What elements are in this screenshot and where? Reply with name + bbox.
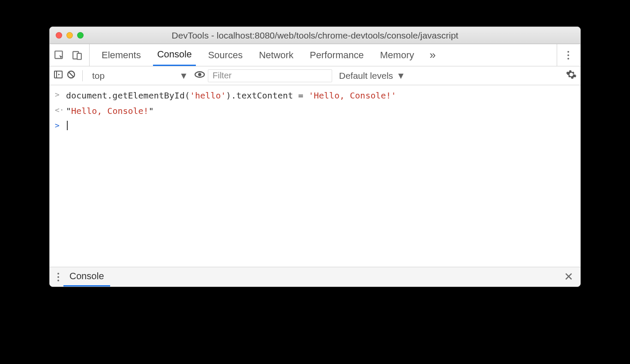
context-label: top (92, 71, 105, 81)
titlebar[interactable]: DevTools - localhost:8080/web/tools/chro… (50, 27, 580, 44)
log-levels-select[interactable]: Default levels ▼ (335, 71, 410, 81)
close-drawer-button[interactable]: ✕ (561, 270, 577, 283)
tab-label: Memory (380, 50, 414, 61)
console-command-text: document.getElementById('hello').textCon… (66, 89, 396, 102)
drawer-tab-label: Console (69, 271, 104, 282)
inspect-element-icon[interactable] (53, 49, 65, 61)
panel-tabs: Elements Console Sources Network Perform… (90, 44, 557, 66)
devtools-window: DevTools - localhost:8080/web/tools/chro… (49, 27, 581, 287)
console-input-row: > document.getElementById('hello').textC… (50, 88, 580, 103)
drawer: Console ✕ (50, 267, 580, 286)
tab-sources[interactable]: Sources (204, 44, 247, 66)
drawer-tab-console[interactable]: Console (63, 267, 110, 286)
console-output[interactable]: > document.getElementById('hello').textC… (50, 85, 580, 267)
tab-network[interactable]: Network (255, 44, 298, 66)
svg-rect-2 (77, 53, 81, 59)
live-expression-icon[interactable] (194, 69, 205, 82)
tab-console[interactable]: Console (153, 44, 196, 66)
minimize-window-button[interactable] (66, 32, 73, 39)
tab-label: Console (157, 49, 192, 60)
close-window-button[interactable] (56, 32, 62, 39)
svg-point-6 (198, 73, 201, 76)
tab-elements[interactable]: Elements (97, 44, 145, 66)
tab-label: Elements (102, 50, 141, 61)
chevron-down-icon: ▼ (396, 71, 405, 81)
more-tabs-button[interactable]: » (426, 48, 439, 62)
console-result-text: "Hello, Console!" (66, 104, 154, 118)
clear-console-icon[interactable] (66, 69, 76, 82)
tab-performance[interactable]: Performance (306, 44, 368, 66)
tab-label: Sources (208, 50, 243, 61)
main-menu-button[interactable] (563, 51, 573, 60)
chevron-down-icon: ▼ (179, 71, 188, 81)
drawer-menu-button[interactable] (53, 273, 63, 281)
device-toolbar-icon[interactable] (71, 49, 83, 61)
console-prompt-row[interactable]: > (50, 119, 580, 133)
active-prompt-icon: > (55, 119, 66, 132)
result-prompt-icon: <· (55, 104, 66, 116)
execution-context-select[interactable]: top ▼ (89, 71, 192, 81)
window-controls (56, 32, 84, 39)
separator (82, 70, 83, 81)
tab-label: Network (259, 50, 294, 61)
text-cursor (67, 121, 68, 130)
tab-memory[interactable]: Memory (376, 44, 418, 66)
console-settings-icon[interactable] (566, 69, 577, 82)
chevron-double-right-icon: » (429, 48, 435, 61)
console-result-row: <· "Hello, Console!" (50, 103, 580, 119)
toggle-sidebar-icon[interactable] (53, 69, 63, 82)
filter-input[interactable] (208, 69, 332, 82)
main-tabstrip: Elements Console Sources Network Perform… (50, 44, 580, 66)
console-toolbar: top ▼ Default levels ▼ (50, 66, 580, 85)
zoom-window-button[interactable] (77, 32, 84, 39)
window-title: DevTools - localhost:8080/web/tools/chro… (50, 30, 580, 41)
input-prompt-icon: > (55, 89, 66, 101)
tab-label: Performance (310, 50, 364, 61)
levels-label: Default levels (339, 71, 393, 81)
